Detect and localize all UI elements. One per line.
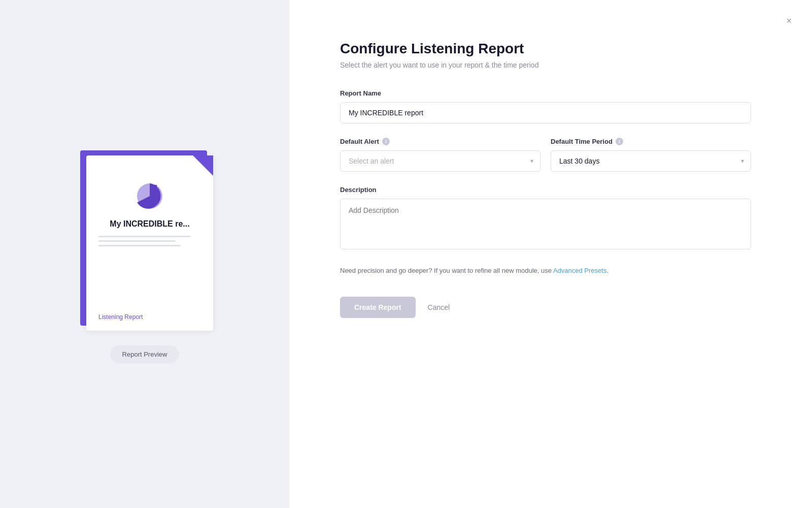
default-alert-select-wrapper: Select an alert ▾ (340, 150, 540, 172)
left-panel: My INCREDIBLE re... Listening Report Rep… (0, 0, 289, 508)
report-name-label: Report Name (340, 89, 751, 97)
description-textarea[interactable] (340, 199, 751, 249)
default-time-period-select[interactable]: Last 7 days Last 30 days Last 90 days La… (551, 150, 751, 172)
alert-time-row: Default Alert i Select an alert ▾ Defaul… (340, 138, 751, 186)
report-name-group: Report Name (340, 89, 751, 123)
report-line-2 (98, 240, 176, 242)
default-alert-group: Default Alert i Select an alert ▾ (340, 138, 540, 172)
action-buttons: Create Report Cancel (340, 297, 751, 318)
default-time-period-select-wrapper: Last 7 days Last 30 days Last 90 days La… (551, 150, 751, 172)
form-subtitle: Select the alert you want to use in your… (340, 61, 751, 69)
advanced-presets-link[interactable]: Advanced Presets (553, 267, 607, 274)
default-alert-label: Default Alert i (340, 138, 540, 145)
description-group: Description (340, 186, 751, 251)
precision-text-before: Need precision and go deeper? If you wan… (340, 267, 553, 274)
right-panel: × Configure Listening Report Select the … (289, 0, 812, 508)
report-preview-button[interactable]: Report Preview (110, 345, 180, 363)
report-card-title: My INCREDIBLE re... (110, 219, 189, 229)
report-type-label: Listening Report (98, 313, 143, 321)
report-lines (98, 236, 201, 246)
default-alert-select[interactable]: Select an alert (340, 150, 540, 172)
corner-fold-icon (193, 155, 213, 176)
default-time-period-group: Default Time Period i Last 7 days Last 3… (551, 138, 751, 172)
precision-text-after: . (606, 267, 608, 274)
report-name-input[interactable] (340, 102, 751, 123)
close-button[interactable]: × (784, 14, 794, 27)
report-stack: My INCREDIBLE re... Listening Report (76, 145, 213, 333)
default-time-period-label: Default Time Period i (551, 138, 751, 145)
report-line-3 (98, 245, 181, 246)
create-report-button[interactable]: Create Report (340, 297, 416, 318)
report-line-1 (98, 236, 191, 237)
default-alert-info-icon: i (382, 138, 390, 145)
description-label: Description (340, 186, 751, 194)
svg-marker-0 (193, 155, 213, 176)
report-card: My INCREDIBLE re... Listening Report (86, 155, 213, 331)
default-time-period-info-icon: i (616, 138, 623, 145)
corner-fold-wrapper (193, 155, 213, 178)
cancel-button[interactable]: Cancel (424, 297, 454, 318)
pie-chart-icon (134, 181, 165, 211)
preview-container: My INCREDIBLE re... Listening Report Rep… (76, 145, 213, 363)
form-title: Configure Listening Report (340, 41, 751, 57)
precision-text: Need precision and go deeper? If you wan… (340, 266, 751, 276)
svg-rect-2 (150, 185, 157, 192)
